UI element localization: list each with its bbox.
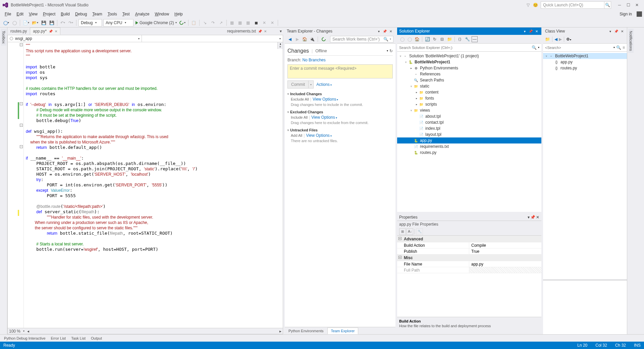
nav-scope-dropdown[interactable]: wsgi_app▾: [8, 35, 142, 42]
prop-row[interactable]: File Nameapp.py: [397, 261, 541, 267]
te-search-input[interactable]: Search Work Items (Ctrl+')🔍▾: [330, 36, 393, 43]
tree-node[interactable]: 📄layout.tpl: [397, 131, 541, 137]
panel-dropdown-icon[interactable]: ▾: [607, 28, 613, 34]
fold-icon[interactable]: −: [20, 145, 23, 148]
menu-project[interactable]: Project: [40, 11, 58, 17]
code-editor[interactable]: − − − − """ This script runs the applica…: [7, 42, 283, 328]
prop-row[interactable]: PublishTrue: [397, 248, 541, 254]
te-title-dropdown[interactable]: ▾: [387, 49, 388, 52]
panel-dropdown-icon[interactable]: ▾: [522, 28, 527, 34]
se-search-input[interactable]: [399, 46, 532, 50]
commit-button[interactable]: Commit: [287, 80, 309, 89]
menu-window[interactable]: Window: [152, 11, 172, 17]
se-code-button[interactable]: ⟨⟩: [457, 36, 463, 42]
maximize-button[interactable]: ☐: [624, 2, 633, 8]
cv-back-button[interactable]: ◀: [554, 37, 557, 42]
te-back-button[interactable]: ◀: [287, 36, 293, 42]
se-sync-button[interactable]: 🔄: [424, 36, 430, 42]
panel-pin-icon[interactable]: 📌: [528, 28, 533, 34]
save-all-button[interactable]: 💾: [48, 19, 55, 26]
toolbox-tab[interactable]: Toolbox: [1, 29, 6, 46]
browser-refresh-button[interactable]: ▾: [178, 19, 186, 26]
solution-tree[interactable]: ▿▫Solution 'BottleWebProject1' (1 projec…: [397, 52, 541, 212]
nav-back-button[interactable]: ◯▾: [2, 19, 10, 26]
se-properties-button[interactable]: 🔧: [464, 36, 470, 42]
bottom-tab[interactable]: Error List: [48, 335, 69, 341]
close-button[interactable]: ✕: [633, 2, 641, 8]
menu-debug[interactable]: Debug: [72, 11, 90, 17]
prop-category[interactable]: −Misc: [397, 254, 541, 261]
tree-node[interactable]: ▿📁static: [397, 83, 541, 89]
quick-launch-search-icon[interactable]: 🔍: [604, 1, 611, 9]
doc-tab-routes[interactable]: routes.py: [7, 27, 30, 35]
cv-search-dropdown[interactable]: ▾: [613, 46, 615, 49]
cv-clear-icon[interactable]: ≡: [623, 45, 625, 50]
split-controls[interactable]: ▴≡: [277, 42, 283, 49]
save-button[interactable]: 💾: [40, 19, 47, 26]
cv-node[interactable]: ▿▫BottleWebProject1: [543, 53, 627, 59]
tree-node[interactable]: 📄index.tpl: [397, 125, 541, 131]
open-file-button[interactable]: 📂▾: [31, 19, 39, 26]
feedback-icon[interactable]: 😊: [533, 3, 538, 7]
python-env-tab[interactable]: Python Environments: [285, 328, 327, 334]
panel-dropdown-icon[interactable]: ▾: [376, 28, 381, 34]
se-home-button[interactable]: 🏠: [414, 36, 420, 42]
tree-node[interactable]: 📄about.tpl: [397, 113, 541, 119]
menu-help[interactable]: Help: [172, 11, 185, 17]
commit-message-input[interactable]: Enter a commit message <Required>: [287, 64, 393, 78]
tree-node[interactable]: ▸📁scripts: [397, 101, 541, 107]
tb-bookmark[interactable]: ◼: [253, 19, 260, 26]
alphabetical-button[interactable]: A↓: [407, 228, 413, 235]
team-explorer-tab[interactable]: Team Explorer: [327, 328, 359, 334]
panel-pin-icon[interactable]: 📌: [613, 28, 619, 34]
properties-grid[interactable]: −AdvancedBuild ActionCompilePublishTrue−…: [397, 236, 541, 317]
cv-node[interactable]: {}routes.py: [543, 65, 627, 71]
view-options-link[interactable]: View Options▾: [313, 97, 338, 102]
nav-member-dropdown[interactable]: ▾: [142, 35, 283, 42]
panel-pin-icon[interactable]: 📌: [530, 215, 535, 220]
te-refresh-button[interactable]: [321, 36, 327, 42]
cv-settings-button[interactable]: ⚙▾: [566, 37, 571, 42]
doc-tab-requirements[interactable]: requirements.txt📌✕: [224, 27, 270, 35]
tree-node[interactable]: 📄contact.tpl: [397, 119, 541, 125]
menu-build[interactable]: Build: [58, 11, 72, 17]
bottom-tab[interactable]: Output: [88, 335, 105, 341]
te-section-header[interactable]: ▿Untracked Files: [287, 128, 393, 132]
close-icon[interactable]: ✕: [264, 30, 267, 33]
view-options-link[interactable]: View Options▾: [311, 115, 337, 120]
actions-link[interactable]: Actions▾: [316, 82, 331, 87]
signin-link[interactable]: Sign in: [617, 11, 635, 17]
menu-view[interactable]: View: [26, 11, 40, 17]
te-section-header[interactable]: ▿Excluded Changes: [287, 110, 393, 114]
te-refresh-icon[interactable]: ↻: [389, 49, 393, 53]
config-dropdown[interactable]: Debug▾: [78, 19, 102, 26]
menu-team[interactable]: Team: [90, 11, 105, 17]
te-connect-button[interactable]: 🔌: [309, 36, 315, 42]
view-options-link[interactable]: View Options▾: [306, 133, 331, 138]
tree-node[interactable]: ▿🐍BottleWebProject1: [397, 59, 541, 65]
new-project-button[interactable]: 📄▾: [22, 19, 30, 26]
code-body[interactable]: """ This script runs the application usi…: [24, 42, 283, 328]
menu-test[interactable]: Test: [120, 11, 132, 17]
se-refresh-button[interactable]: ↻: [432, 36, 438, 42]
bottom-tab[interactable]: Python Debug Interactive: [1, 335, 48, 341]
tree-node[interactable]: ▿📁views: [397, 107, 541, 113]
prop-row[interactable]: Build ActionCompile: [397, 242, 541, 248]
cv-search-input[interactable]: [545, 46, 613, 50]
commit-dropdown[interactable]: ▾: [308, 80, 314, 89]
panel-close-icon[interactable]: ✕: [620, 28, 625, 34]
zoom-level[interactable]: 100 %: [9, 329, 20, 334]
h-scroll-right[interactable]: ▸: [279, 329, 281, 334]
quick-launch-input[interactable]: Quick Launch (Ctrl+Q): [541, 1, 604, 9]
tree-node[interactable]: ▫References: [397, 71, 541, 77]
h-scroll-left[interactable]: ◂: [27, 329, 29, 334]
prop-row[interactable]: Full Path: [397, 267, 541, 273]
tree-node[interactable]: 📄requirements.txt: [397, 143, 541, 150]
te-home-button[interactable]: 🏠: [302, 36, 308, 42]
bottom-tab[interactable]: Task List: [68, 335, 88, 341]
notifications-tab[interactable]: Notifications: [628, 29, 634, 53]
cv-newfolder-button[interactable]: 📁: [545, 37, 550, 42]
se-search-dropdown[interactable]: ▾: [538, 46, 539, 49]
minimize-button[interactable]: ─: [615, 2, 624, 8]
close-icon[interactable]: ✕: [55, 30, 57, 33]
